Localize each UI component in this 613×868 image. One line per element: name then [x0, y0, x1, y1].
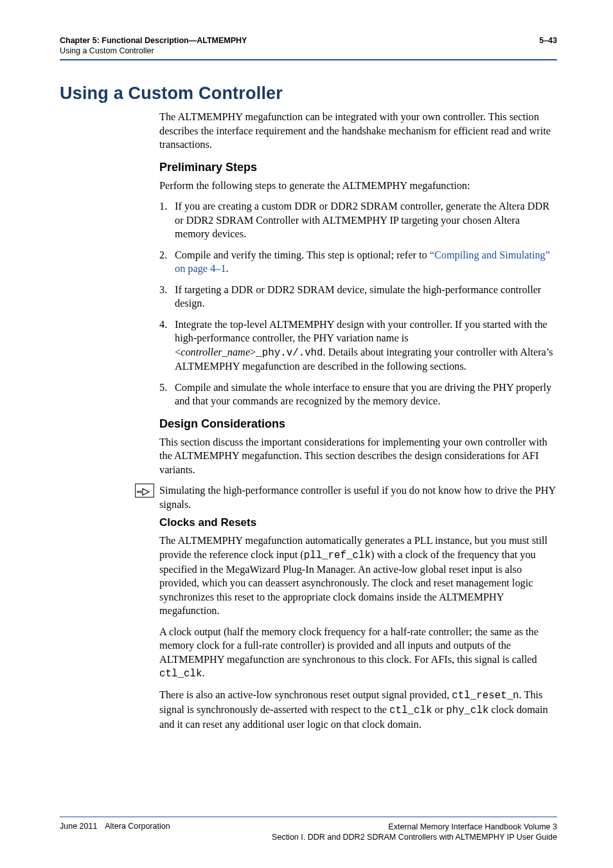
footer-right-line2: Section I. DDR and DDR2 SDRAM Controller… — [272, 832, 557, 842]
note-text: Simulating the high-performance controll… — [159, 484, 557, 511]
preliminary-steps-list: If you are creating a custom DDR or DDR2… — [159, 199, 557, 408]
page-footer: June 2011 Altera Corporation External Me… — [60, 817, 557, 843]
step-4: Integrate the top-level ALTMEMPHY design… — [159, 318, 557, 374]
code-ctl-reset-n: ctl_reset_n — [452, 690, 519, 701]
design-considerations-heading: Design Considerations — [159, 417, 557, 431]
step-2-text-a: Compile and verify the timing. This step… — [175, 249, 430, 261]
header-left: Chapter 5: Functional Description—ALTMEM… — [60, 36, 247, 56]
step-4-code: _phy.v/.vhd — [256, 347, 323, 359]
clocks-p1: The ALTMEMPHY megafunction automatically… — [159, 534, 557, 617]
header-chapter: Chapter 5: Functional Description—ALTMEM… — [60, 36, 247, 46]
clocks-p2-b: . — [202, 667, 204, 679]
footer-left: June 2011 Altera Corporation — [60, 822, 170, 831]
code-phy-clk: phy_clk — [446, 705, 488, 716]
step-3: If targeting a DDR or DDR2 SDRAM device,… — [159, 283, 557, 311]
note-callout: Simulating the high-performance controll… — [159, 484, 557, 511]
svg-rect-0 — [136, 484, 154, 498]
header-page-number: 5–43 — [539, 36, 557, 56]
step-4-text-b: > — [250, 346, 256, 358]
clocks-resets-heading: Clocks and Resets — [159, 516, 557, 529]
content-area: Using a Custom Controller The ALTMEMPHY … — [60, 84, 557, 738]
clocks-p2-a: A clock output (half the memory clock fr… — [159, 626, 538, 665]
code-ctl-clk: ctl_clk — [159, 668, 202, 680]
preliminary-lead: Perform the following steps to generate … — [159, 179, 557, 193]
step-1: If you are creating a custom DDR or DDR2… — [159, 199, 557, 241]
clocks-p3-a: There is also an active-low synchronous … — [159, 689, 452, 701]
page-header: Chapter 5: Functional Description—ALTMEM… — [60, 36, 557, 56]
design-p1: This section discuss the important consi… — [159, 435, 557, 477]
clocks-p3-c: or — [432, 703, 446, 716]
pointing-hand-icon — [135, 484, 154, 500]
header-section: Using a Custom Controller — [60, 46, 247, 57]
step-4-emph: controller_name — [181, 346, 250, 358]
preliminary-steps-heading: Preliminary Steps — [159, 161, 557, 174]
code-ctl-clk-2: ctl_clk — [389, 705, 432, 716]
step-5: Compile and simulate the whole interface… — [159, 381, 557, 408]
intro-paragraph: The ALTMEMPHY megafunction can be integr… — [159, 110, 557, 152]
code-pll-ref-clk: pll_ref_clk — [304, 550, 371, 561]
section-heading: Using a Custom Controller — [60, 84, 557, 104]
step-2-text-b: . — [226, 262, 229, 275]
clocks-p2: A clock output (half the memory clock fr… — [159, 625, 557, 681]
header-rule — [60, 59, 557, 60]
footer-right-line1: External Memory Interface Handbook Volum… — [272, 822, 557, 832]
footer-right: External Memory Interface Handbook Volum… — [272, 822, 557, 843]
step-2: Compile and verify the timing. This step… — [159, 248, 557, 276]
clocks-p3: There is also an active-low synchronous … — [159, 688, 557, 731]
